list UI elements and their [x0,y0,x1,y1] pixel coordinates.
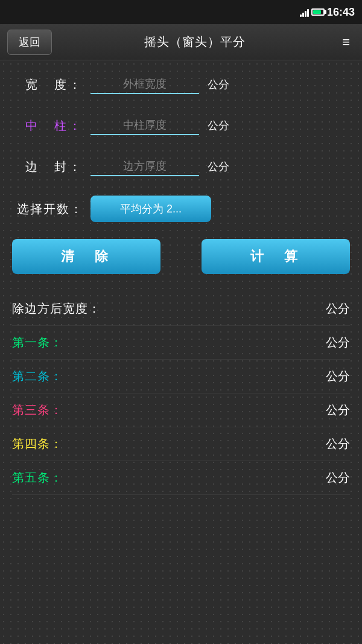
row4-value: 公分 [273,436,350,452]
row5: 第五条： 公分 [12,461,350,495]
side-unit: 公分 [208,159,229,174]
action-row: 清 除 计 算 [12,239,350,274]
clear-button[interactable]: 清 除 [12,239,160,274]
middle-input[interactable] [91,116,199,135]
width-unit: 公分 [208,77,229,92]
middle-label: 中 柱： [12,118,91,134]
width-label: 宽 度： [12,77,91,93]
side-input-wrap: 公分 [91,158,350,176]
row5-label: 第五条： [12,470,63,486]
select-label: 选择开数： [12,201,91,217]
after-side-value: 公分 [273,301,350,317]
row2-label: 第二条： [12,368,63,384]
width-row: 宽 度： 公分 [12,70,350,99]
top-nav: 返回 摇头（窗头）平分 ≡ [0,24,362,60]
width-input-wrap: 公分 [91,75,350,94]
row5-value: 公分 [273,470,350,486]
main-content: 宽 度： 公分 中 柱： 公分 边 封： 公分 选择开数： 平均分为 2... … [0,60,362,644]
calc-button[interactable]: 计 算 [202,239,350,274]
middle-input-wrap: 公分 [91,116,350,135]
row5-unit: 公分 [326,470,350,486]
row1-label: 第一条： [12,334,63,351]
row4: 第四条： 公分 [12,427,350,461]
row1-value: 公分 [273,334,350,351]
middle-unit: 公分 [208,118,229,133]
row4-unit: 公分 [326,436,350,452]
width-input[interactable] [91,75,199,94]
row3-label: 第三条： [12,402,63,418]
back-button[interactable]: 返回 [7,30,52,55]
row4-label: 第四条： [12,436,63,452]
page-title: 摇头（窗头）平分 [144,34,246,50]
after-side-label: 除边方后宽度： [12,301,101,317]
after-side-unit: 公分 [326,301,350,317]
middle-row: 中 柱： 公分 [12,111,350,140]
status-time: 16:43 [327,6,355,19]
row2-value: 公分 [273,368,350,384]
side-label: 边 封： [12,159,91,175]
status-bar: 16:43 [0,0,362,24]
row3: 第三条： 公分 [12,394,350,427]
select-count-dropdown[interactable]: 平均分为 2... [91,196,211,222]
row3-value: 公分 [273,402,350,418]
row1: 第一条： 公分 [12,326,350,360]
signal-icon [300,7,309,17]
status-icons: 16:43 [300,6,355,19]
row2: 第二条： 公分 [12,360,350,394]
row1-unit: 公分 [326,334,350,351]
battery-icon [311,8,325,16]
menu-button[interactable]: ≡ [337,30,355,55]
side-input[interactable] [91,158,199,176]
row2-unit: 公分 [326,368,350,384]
row3-unit: 公分 [326,402,350,418]
side-row: 边 封： 公分 [12,152,350,181]
select-row: 选择开数： 平均分为 2... [12,193,350,225]
after-side-row: 除边方后宽度： 公分 [12,292,350,326]
